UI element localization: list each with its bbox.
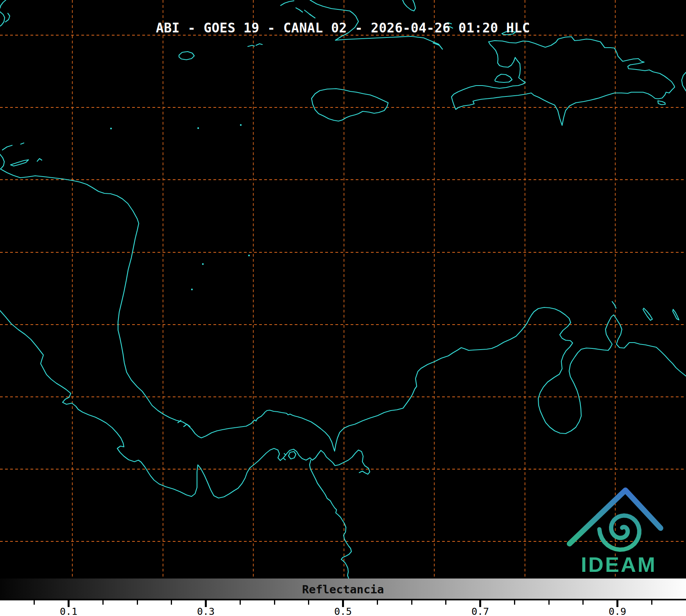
coastline [256,44,262,45]
island-dot [197,127,199,129]
coastline [0,12,5,26]
coastline [284,459,285,460]
coastline [284,454,286,455]
coastline [403,0,416,11]
island-dot [240,124,242,126]
coastline [2,145,12,150]
colorbar-minor-tick [308,600,309,605]
colorbar-minor-tick [240,600,241,605]
colorbar-minor-tick [582,600,584,605]
coastline [5,13,10,22]
island-dot [191,289,193,290]
coastline [495,74,512,82]
logo-wordmark: IDEAM [581,553,657,576]
image-title: ABI - GOES 19 - CANAL 02 - 2026-04-26 01… [156,20,530,36]
colorbar-minor-tick [548,600,550,605]
colorbar-axis: 0.10.30.50.70.9 [0,599,686,616]
coastline [288,452,296,459]
colorbar-minor-tick [102,600,104,605]
coastline [184,424,190,427]
latlon-gridlines [0,0,686,579]
colorbar-tick-label: 0.9 [609,606,626,616]
coastlines [0,0,686,579]
ideam-logo: IDEAM [570,490,661,576]
colorbar-tick-label: 0.1 [60,606,77,616]
coastline [658,101,665,105]
colorbar-minor-tick [171,600,172,605]
colorbar-minor-tick [34,600,35,605]
coastline [312,89,388,121]
colorbar-minor-tick [651,600,652,605]
colorbar-minor-tick [377,600,378,605]
coastline [0,0,6,8]
coastline [0,311,370,498]
coastline [281,1,294,5]
coastline [0,154,4,168]
island-dot [202,263,204,265]
colorbar-minor-tick [411,600,412,605]
satellite-image-viewer: IDEAM ABI - GOES 19 - CANAL 02 - 2026-04… [0,0,686,616]
colorbar-tick-label: 0.5 [334,606,352,616]
colorbar-tick-label: 0.3 [197,606,215,616]
coastline [310,460,351,579]
coastline [310,14,315,18]
colorbar-tick-label: 0.7 [471,606,489,616]
coastline [179,52,194,60]
coastline [0,169,686,451]
map-canvas: IDEAM [0,0,686,579]
coastline [682,72,686,91]
colorbar-minor-tick [274,600,275,605]
colorbar-minor-tick [514,600,515,605]
coastline [673,309,679,320]
coastline [451,37,675,125]
coastline [37,159,42,161]
satellite-map: IDEAM ABI - GOES 19 - CANAL 02 - 2026-04… [0,0,686,579]
island-dot [248,255,250,256]
colorbar-minor-tick [445,600,446,605]
coastline [21,143,24,144]
coastline [643,308,652,320]
coastline [296,8,303,12]
colorbar-minor-tick [137,600,138,605]
logo-hurricane-spiral-icon [599,516,639,550]
coastline [11,160,29,166]
colorbar-label: Reflectancia [302,583,384,596]
island-dot [110,128,112,129]
